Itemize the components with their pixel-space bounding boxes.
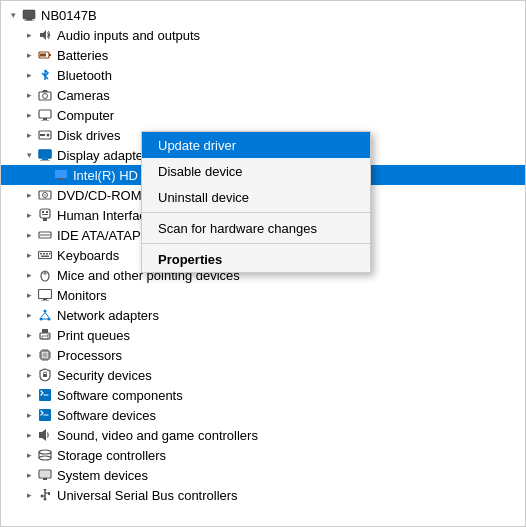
expand-icon-batteries[interactable] [21,47,37,63]
tree-item-monitors[interactable]: Monitors [1,285,525,305]
svg-rect-27 [42,214,48,215]
menu-item-properties[interactable]: Properties [142,246,370,272]
device-icon-processors [37,347,53,363]
device-icon-display [37,147,53,163]
tree-item-computer[interactable]: Computer [1,105,525,125]
tree-item-softwaredev[interactable]: Software devices [1,405,525,425]
device-icon-root [21,7,37,23]
expand-icon-network[interactable] [21,307,37,323]
tree-item-batteries[interactable]: Batteries [1,45,525,65]
tree-item-label-usb: Universal Serial Bus controllers [57,488,525,503]
svg-rect-17 [40,160,50,161]
expand-icon-root[interactable] [5,7,21,23]
tree-item-system[interactable]: System devices [1,465,525,485]
svg-rect-0 [23,10,35,19]
expand-icon-audio[interactable] [21,27,37,43]
menu-separator-sep2 [142,243,370,244]
svg-rect-38 [46,253,48,255]
expand-icon-softwarecomp[interactable] [21,387,37,403]
expand-icon-computer[interactable] [21,107,37,123]
svg-rect-40 [41,256,49,258]
expand-icon-keyboards[interactable] [21,247,37,263]
tree-item-label-computer: Computer [57,108,525,123]
tree-item-label-monitors: Monitors [57,288,525,303]
svg-rect-83 [43,478,47,480]
menu-item-update[interactable]: Update driver [142,132,370,158]
tree-item-softwarecomp[interactable]: Software components [1,385,525,405]
expand-icon-print[interactable] [21,327,37,343]
tree-item-cameras[interactable]: Cameras [1,85,525,105]
menu-item-uninstall[interactable]: Uninstall device [142,184,370,210]
svg-rect-9 [39,110,51,118]
tree-item-label-root: NB0147B [41,8,525,23]
tree-item-label-system: System devices [57,468,525,483]
tree-item-network[interactable]: Network adapters [1,305,525,325]
tree-item-label-cameras: Cameras [57,88,525,103]
svg-rect-2 [24,21,34,22]
svg-marker-3 [40,30,46,40]
tree-item-bluetooth[interactable]: Bluetooth [1,65,525,85]
expand-icon-mice[interactable] [21,267,37,283]
svg-rect-1 [26,19,32,21]
menu-item-disable[interactable]: Disable device [142,158,370,184]
svg-rect-25 [42,211,44,213]
expand-icon-storage[interactable] [21,447,37,463]
tree-item-label-network: Network adapters [57,308,525,323]
expand-icon-system[interactable] [21,467,37,483]
svg-rect-26 [46,211,48,213]
svg-point-47 [44,310,47,313]
svg-point-72 [44,372,47,375]
svg-marker-85 [43,489,47,491]
device-icon-usb [37,487,53,503]
svg-rect-39 [49,253,51,255]
device-icon-human [37,207,53,223]
tree-item-print[interactable]: Print queues [1,325,525,345]
tree-item-label-audio: Audio inputs and outputs [57,28,525,43]
device-icon-intel [53,167,69,183]
expand-icon-usb[interactable] [21,487,37,503]
expand-icon-ide[interactable] [21,227,37,243]
expand-icon-bluetooth[interactable] [21,67,37,83]
svg-rect-44 [39,290,52,299]
tree-item-sound[interactable]: Sound, video and game controllers [1,425,525,445]
svg-marker-76 [42,429,46,441]
svg-rect-24 [40,209,50,218]
expand-icon-processors[interactable] [21,347,37,363]
device-icon-bluetooth [37,67,53,83]
tree-item-root[interactable]: NB0147B [1,5,525,25]
svg-rect-16 [42,159,48,161]
svg-rect-5 [40,54,46,57]
svg-rect-15 [39,150,52,159]
expand-icon-disk[interactable] [21,127,37,143]
svg-rect-18 [55,170,68,179]
expand-icon-security[interactable] [21,367,37,383]
expand-icon-human[interactable] [21,207,37,223]
expand-icon-display[interactable] [21,147,37,163]
tree-item-security[interactable]: Security devices [1,365,525,385]
device-icon-audio [37,27,53,43]
tree-item-label-softwaredev: Software devices [57,408,525,423]
context-menu: Update driverDisable deviceUninstall dev… [141,131,371,273]
svg-point-56 [47,334,49,336]
svg-rect-35 [39,252,52,259]
svg-line-51 [45,313,49,318]
tree-item-usb[interactable]: Universal Serial Bus controllers [1,485,525,505]
tree-item-processors[interactable]: Processors [1,345,525,365]
expand-icon-dvd[interactable] [21,187,37,203]
expand-icon-cameras[interactable] [21,87,37,103]
device-icon-softwaredev [37,407,53,423]
tree-item-label-print: Print queues [57,328,525,343]
tree-item-storage[interactable]: Storage controllers [1,445,525,465]
svg-point-80 [39,456,51,460]
svg-rect-19 [59,178,63,180]
svg-rect-58 [43,353,48,358]
menu-item-scan[interactable]: Scan for hardware changes [142,215,370,241]
svg-rect-10 [43,118,47,120]
device-icon-storage [37,447,53,463]
tree-item-audio[interactable]: Audio inputs and outputs [1,25,525,45]
tree-item-label-softwarecomp: Software components [57,388,525,403]
expand-icon-sound[interactable] [21,427,37,443]
expand-icon-monitors[interactable] [21,287,37,303]
device-icon-system [37,467,53,483]
expand-icon-softwaredev[interactable] [21,407,37,423]
